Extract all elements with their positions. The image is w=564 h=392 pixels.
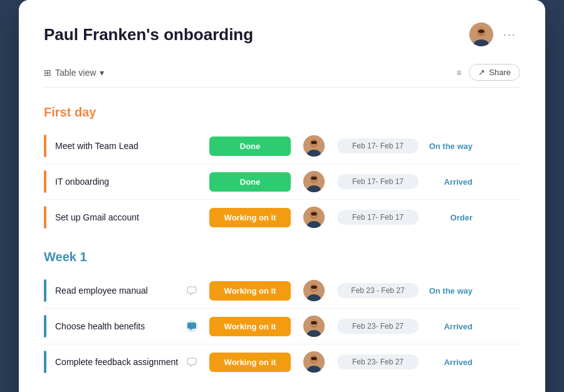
page-title: Paul Franken's onboarding — [44, 25, 253, 44]
task-name: Choose health benefits — [55, 321, 180, 331]
date-range: Feb 23- Feb 27 — [337, 354, 419, 369]
status-badge[interactable]: Working on it — [209, 353, 291, 372]
chat-icon[interactable] — [180, 355, 203, 369]
person-avatar — [303, 135, 325, 157]
status-badge[interactable]: Working on it — [209, 317, 291, 336]
svg-point-12 — [311, 143, 313, 144]
task-name: Set up Gmail account — [55, 212, 180, 222]
svg-point-34 — [315, 287, 316, 289]
table-view-label: Table view — [55, 68, 96, 78]
table-icon: ⊞ — [44, 68, 51, 78]
section-week-1: Week 1Read employee manual Working on it… — [44, 250, 520, 379]
status-badge[interactable]: Done — [209, 172, 291, 192]
toolbar-right: ≡ ↗ Share — [456, 64, 520, 81]
table-row: Set up Gmail accountWorking on it Feb 17… — [44, 200, 520, 235]
row-border — [44, 135, 46, 157]
row-border — [44, 351, 46, 373]
date-range: Feb 17- Feb 17 — [337, 174, 419, 189]
row-border — [44, 279, 46, 302]
main-card: Paul Franken's onboarding ··· ⊞ Table — [19, 0, 545, 392]
svg-point-19 — [311, 178, 313, 180]
table-row: Choose health benefits Working on it Feb… — [44, 309, 520, 344]
share-icon: ↗ — [478, 68, 485, 77]
svg-point-20 — [315, 178, 316, 180]
toolbar: ⊞ Table view ▾ ≡ ↗ Share — [44, 58, 520, 88]
status-badge[interactable]: Done — [209, 137, 291, 156]
action-link[interactable]: Order — [425, 213, 475, 222]
table-row: IT onboardingDone Feb 17- Feb 17Arrived — [44, 164, 520, 200]
table-view-button[interactable]: ⊞ Table view ▾ — [44, 68, 104, 78]
status-badge[interactable]: Working on it — [209, 208, 291, 227]
person-avatar — [303, 351, 325, 373]
action-link[interactable]: Arrived — [425, 322, 475, 331]
section-first-day: First dayMeet with Team LeadDone Feb 17-… — [44, 105, 520, 235]
action-link[interactable]: Arrived — [425, 177, 475, 187]
task-name: IT onboarding — [55, 177, 180, 187]
svg-point-33 — [311, 287, 313, 289]
table-row: Read employee manual Working on it Feb 2… — [44, 273, 520, 309]
more-options-button[interactable]: ··· — [499, 26, 520, 44]
svg-point-42 — [315, 323, 316, 324]
filter-icon[interactable]: ≡ — [456, 68, 461, 78]
svg-point-13 — [315, 143, 316, 144]
share-label: Share — [489, 68, 511, 77]
svg-point-41 — [311, 323, 313, 324]
task-name: Complete feedback assignment — [55, 357, 180, 367]
date-range: Feb 23- Feb 27 — [337, 319, 419, 334]
section-title-week-1: Week 1 — [44, 250, 520, 264]
row-border — [44, 170, 46, 193]
person-avatar — [303, 171, 325, 192]
person-avatar — [303, 280, 325, 301]
svg-point-26 — [311, 214, 313, 215]
row-border — [44, 315, 46, 338]
action-link[interactable]: On the way — [425, 142, 475, 151]
svg-point-5 — [479, 31, 480, 33]
chat-icon[interactable] — [180, 319, 203, 333]
date-range: Feb 17- Feb 17 — [337, 138, 419, 153]
date-range: Feb 23 - Feb 27 — [337, 283, 419, 298]
page-header: Paul Franken's onboarding ··· — [44, 23, 520, 46]
person-avatar — [303, 316, 325, 337]
person-avatar — [303, 207, 325, 228]
chevron-down-icon: ▾ — [100, 68, 104, 78]
svg-point-27 — [315, 214, 316, 215]
svg-point-49 — [315, 359, 316, 360]
table-row: Complete feedback assignment Working on … — [44, 344, 520, 379]
header-actions: ··· — [469, 23, 520, 46]
date-range: Feb 17- Feb 17 — [337, 210, 419, 225]
share-button[interactable]: ↗ Share — [469, 64, 520, 81]
sections-container: First dayMeet with Team LeadDone Feb 17-… — [44, 105, 520, 379]
task-name: Read employee manual — [55, 286, 180, 296]
svg-point-6 — [483, 31, 484, 33]
status-badge[interactable]: Working on it — [209, 281, 291, 301]
action-link[interactable]: On the way — [425, 286, 475, 296]
user-avatar — [469, 23, 493, 46]
row-border — [44, 206, 46, 229]
chat-icon[interactable] — [180, 284, 203, 297]
action-link[interactable]: Arrived — [425, 358, 475, 367]
task-name: Meet with Team Lead — [55, 141, 180, 151]
table-row: Meet with Team LeadDone Feb 17- Feb 17On… — [44, 128, 520, 164]
section-title-first-day: First day — [44, 105, 520, 120]
svg-point-48 — [311, 359, 313, 360]
